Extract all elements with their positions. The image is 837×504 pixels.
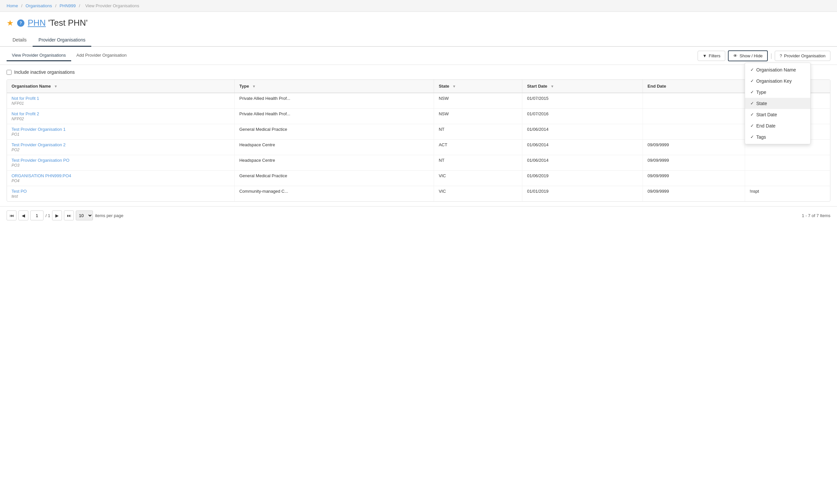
cell-state: NT	[434, 124, 522, 140]
cell-state: NSW	[434, 109, 522, 124]
breadcrumb-phn999[interactable]: PHN999	[60, 3, 76, 8]
show-hide-button[interactable]: 👁 Show / Hide	[728, 50, 768, 61]
check-icon-tags: ✓	[750, 134, 756, 139]
cell-org-name: Test Provider Organisation PO PO3	[7, 155, 235, 170]
cell-tags	[745, 155, 830, 170]
breadcrumb-current: View Provider Organisations	[85, 3, 139, 8]
cell-end-date	[643, 109, 745, 124]
org-name-link[interactable]: ORGANISATION PHN999:PO4	[12, 173, 230, 178]
cell-end-date: 09/09/9999	[643, 170, 745, 186]
table-header-row: Organisation Name ▼ Type ▼ State ▼ Start…	[7, 80, 830, 93]
page-number-input[interactable]	[30, 211, 43, 220]
check-icon-end-date: ✓	[750, 123, 756, 128]
org-name-link[interactable]: Test Provider Organisation PO	[12, 158, 230, 163]
col-header-type[interactable]: Type ▼	[235, 80, 434, 93]
org-name-link[interactable]: Test Provider Organisation 1	[12, 127, 230, 132]
provider-org-button[interactable]: ? Provider Organisation	[775, 51, 831, 61]
dropdown-item-org-key[interactable]: ✓ Organisation Key	[745, 75, 810, 87]
sort-icon-org-name: ▼	[54, 84, 58, 88]
prev-page-button[interactable]: ◀	[18, 211, 28, 220]
toolbar-right: ▼ Filters 👁 Show / Hide | ? Provider Org…	[698, 50, 831, 61]
cell-start-date: 01/06/2014	[522, 155, 643, 170]
cell-start-date: 01/01/2019	[522, 186, 643, 202]
page-summary: 1 - 7 of 7 Items	[802, 213, 831, 218]
breadcrumb: Home / Organisations / PHN999 / View Pro…	[0, 0, 837, 12]
cell-org-name: Test PO test	[7, 186, 235, 202]
org-key: NFP01	[12, 101, 24, 106]
cell-state: VIC	[434, 186, 522, 202]
cell-start-date: 01/07/2016	[522, 109, 643, 124]
check-icon-org-key: ✓	[750, 78, 756, 83]
pagination: ⏮ ◀ / 1 ▶ ⏭ 10 25 50 100 items per page …	[0, 206, 837, 224]
cell-tags: !nspt	[745, 186, 830, 202]
divider: |	[770, 52, 772, 59]
help-icon[interactable]: ?	[17, 19, 24, 27]
filters-button[interactable]: ▼ Filters	[698, 51, 725, 61]
dropdown-item-start-date[interactable]: ✓ Start Date	[745, 109, 810, 120]
org-key: PO3	[12, 163, 19, 168]
show-hide-dropdown: ✓ Organisation Name ✓ Organisation Key ✓…	[745, 62, 811, 144]
next-page-button[interactable]: ▶	[52, 211, 62, 220]
table-row: Test Provider Organisation PO PO3 Headsp…	[7, 155, 830, 170]
tab-provider-organisations[interactable]: Provider Organisations	[33, 34, 91, 47]
org-name-link[interactable]: Not for Profit 1	[12, 96, 230, 101]
table-body: Not for Profit 1 NFP01 Private Allied He…	[7, 93, 830, 201]
sort-icon-type: ▼	[252, 84, 256, 88]
breadcrumb-organisations[interactable]: Organisations	[26, 3, 52, 8]
col-header-org-name[interactable]: Organisation Name ▼	[7, 80, 235, 93]
dropdown-item-org-name[interactable]: ✓ Organisation Name	[745, 64, 810, 75]
dropdown-item-type[interactable]: ✓ Type	[745, 87, 810, 98]
subnav-add-provider-organisation[interactable]: Add Provider Organisation	[71, 50, 132, 61]
phn-link[interactable]: PHN	[28, 18, 46, 28]
cell-end-date: 09/09/9999	[643, 155, 745, 170]
dropdown-item-state[interactable]: ✓ State	[745, 98, 810, 109]
include-inactive-row: Include inactive organisations	[6, 70, 831, 75]
org-name-link[interactable]: Test PO	[12, 189, 230, 194]
items-per-page-select[interactable]: 10 25 50 100	[76, 211, 93, 220]
col-header-end-date[interactable]: End Date	[643, 80, 745, 93]
cell-start-date: 01/06/2019	[522, 170, 643, 186]
cell-state: VIC	[434, 170, 522, 186]
cell-type: Private Allied Health Prof...	[235, 93, 434, 109]
items-per-page-label: items per page	[95, 213, 123, 218]
cell-state: NT	[434, 155, 522, 170]
col-header-state[interactable]: State ▼	[434, 80, 522, 93]
dropdown-item-tags[interactable]: ✓ Tags	[745, 131, 810, 143]
org-name-link[interactable]: Test Provider Organisation 2	[12, 142, 230, 147]
col-header-start-date[interactable]: Start Date ▼	[522, 80, 643, 93]
cell-start-date: 01/06/2014	[522, 124, 643, 140]
table-row: Not for Profit 1 NFP01 Private Allied He…	[7, 93, 830, 109]
organisations-table: Organisation Name ▼ Type ▼ State ▼ Start…	[7, 80, 830, 201]
cell-type: General Medical Practice	[235, 124, 434, 140]
star-icon[interactable]: ★	[6, 18, 14, 28]
page-title: PHN 'Test PHN'	[28, 18, 88, 28]
cell-type: Private Allied Health Prof...	[235, 109, 434, 124]
check-icon-type: ✓	[750, 90, 756, 94]
dropdown-item-end-date[interactable]: ✓ End Date	[745, 120, 810, 131]
check-icon-start-date: ✓	[750, 112, 756, 117]
last-page-button[interactable]: ⏭	[64, 211, 74, 220]
org-key: PO1	[12, 132, 19, 137]
tab-details[interactable]: Details	[6, 34, 33, 47]
cell-type: General Medical Practice	[235, 170, 434, 186]
sub-nav: View Provider Organisations Add Provider…	[0, 47, 837, 65]
first-page-button[interactable]: ⏮	[6, 211, 17, 220]
cell-type: Community-managed C...	[235, 186, 434, 202]
cell-org-name: Test Provider Organisation 1 PO1	[7, 124, 235, 140]
org-name-link[interactable]: Not for Profit 2	[12, 111, 230, 116]
include-inactive-checkbox[interactable]	[6, 70, 12, 75]
breadcrumb-home[interactable]: Home	[6, 3, 18, 8]
page-total: / 1	[46, 213, 50, 218]
cell-org-name: Not for Profit 1 NFP01	[7, 93, 235, 109]
filter-icon: ▼	[702, 53, 707, 58]
cell-state: NSW	[434, 93, 522, 109]
table-row: Not for Profit 2 NFP02 Private Allied He…	[7, 109, 830, 124]
org-key: PO4	[12, 179, 19, 183]
subnav-view-provider-organisations[interactable]: View Provider Organisations	[6, 50, 71, 61]
cell-type: Headspace Centre	[235, 155, 434, 170]
sort-icon-start-date: ▼	[550, 84, 554, 88]
check-icon-org-name: ✓	[750, 67, 756, 72]
cell-end-date	[643, 124, 745, 140]
eye-icon: 👁	[733, 53, 737, 58]
org-key: PO2	[12, 148, 19, 152]
